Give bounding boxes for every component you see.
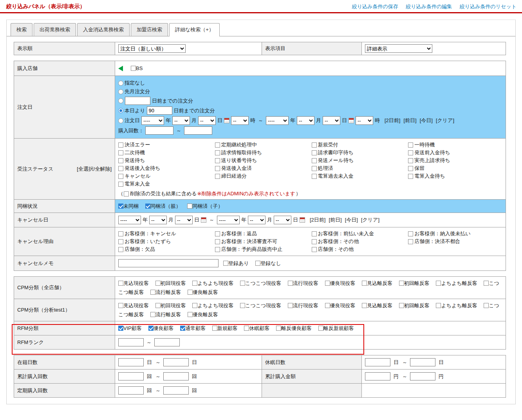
order-date-days-before-radio[interactable] — [118, 98, 123, 103]
cpm-checkbox[interactable]: 初回離反客 — [399, 303, 430, 308]
status-checkbox[interactable]: 電算過去未入金 — [312, 173, 406, 180]
checkbox[interactable] — [215, 166, 220, 171]
dormant-days-min-input[interactable] — [365, 358, 390, 366]
checkbox[interactable] — [240, 303, 245, 308]
bundle-checkbox[interactable]: 同梱済（子） — [187, 203, 223, 209]
checkbox[interactable] — [223, 261, 228, 266]
sort-order-select[interactable]: 注文日（新しい順） — [118, 44, 186, 53]
checkbox[interactable] — [362, 303, 367, 308]
checkbox[interactable] — [215, 150, 220, 155]
status-checkbox[interactable]: 新規受付 — [312, 141, 406, 148]
cpm-checkbox[interactable]: 流行現役客 — [288, 303, 318, 308]
checkbox[interactable] — [150, 290, 155, 295]
end-year-select[interactable]: ---- — [266, 116, 289, 125]
rfm-checkbox[interactable]: 新規顧客 — [212, 325, 238, 331]
order-date-no-spec-radio[interactable]: 指定なし — [118, 79, 145, 87]
save-filter-link[interactable]: 絞り込み条件の保存 — [352, 4, 398, 9]
checkbox[interactable] — [408, 174, 413, 179]
status-checkbox[interactable]: 電算入金待ち — [408, 173, 502, 180]
rfm-checkbox[interactable]: 休眠顧客 — [244, 325, 269, 331]
checkbox[interactable] — [148, 326, 154, 331]
checkbox[interactable] — [408, 150, 413, 155]
checkbox[interactable] — [188, 290, 193, 295]
checkbox[interactable] — [215, 158, 220, 163]
status-checkbox[interactable]: 電算未入金 — [118, 180, 213, 187]
checkbox[interactable] — [408, 158, 413, 163]
rfm-checkbox[interactable]: 優良顧客 — [148, 325, 174, 331]
total-purchase-count-min-input[interactable] — [118, 372, 144, 380]
tab-payment-clearing-search[interactable]: 入金消込業務検索 — [77, 23, 130, 36]
calendar-icon[interactable] — [224, 118, 229, 123]
tab-merchant-search[interactable]: 加盟店検索 — [131, 23, 168, 36]
purchase-count-max-input[interactable] — [184, 126, 212, 135]
start-hour-select[interactable]: -- — [231, 116, 249, 125]
store-collapse-icon[interactable] — [118, 66, 123, 71]
checkbox[interactable] — [215, 174, 220, 179]
store-checkbox[interactable]: BS — [131, 65, 143, 71]
end-hour-select[interactable]: -- — [356, 116, 373, 125]
checkbox[interactable] — [131, 66, 136, 71]
status-checkbox[interactable]: 決済エラー — [118, 141, 213, 148]
checkbox[interactable] — [325, 303, 330, 308]
checkbox[interactable] — [212, 326, 217, 331]
rfm-rank-max-input[interactable] — [154, 338, 180, 346]
bundle-checkbox[interactable]: 未同梱 — [118, 203, 139, 209]
cpm-checkbox[interactable]: こつこつ現役客 — [240, 280, 281, 286]
quick-link[interactable]: [前日] — [329, 217, 341, 223]
checkbox[interactable] — [240, 281, 245, 286]
checkbox[interactable] — [312, 231, 317, 236]
checkbox[interactable] — [288, 281, 293, 286]
checkbox[interactable] — [118, 166, 123, 171]
rfm-rank-min-input[interactable] — [118, 338, 144, 346]
cancel-reason-checkbox[interactable]: お客様側：返品 — [215, 230, 309, 237]
checkbox[interactable] — [312, 150, 317, 155]
order-date-last-month-radio[interactable]: 先月注文分 — [118, 88, 150, 95]
end-day-select[interactable]: -- — [323, 116, 340, 125]
cancel-start-month-select[interactable]: -- — [149, 216, 167, 224]
memo-option-checkbox[interactable]: 登録なし — [255, 260, 281, 266]
subscription-count-min-input[interactable] — [118, 386, 144, 395]
checkbox[interactable] — [215, 142, 220, 148]
dormant-days-max-input[interactable] — [410, 358, 435, 366]
checkbox[interactable] — [244, 326, 249, 331]
bundle-checkbox[interactable]: 同梱済（親） — [145, 203, 181, 209]
reset-filter-link[interactable]: 絞り込み条件のリセット — [460, 4, 517, 9]
total-purchase-count-max-input[interactable] — [163, 372, 189, 380]
cpm-checkbox[interactable]: 初回現役客 — [155, 303, 186, 308]
checkbox[interactable] — [118, 326, 123, 331]
checkbox[interactable] — [484, 303, 489, 308]
checkbox[interactable] — [155, 281, 161, 286]
status-checkbox[interactable]: 締日経過分 — [215, 173, 309, 180]
cpm-checkbox[interactable]: よちよち現役客 — [192, 280, 233, 286]
cancel-reason-checkbox[interactable]: お客様側：キャンセル — [118, 230, 213, 237]
checkbox[interactable] — [118, 204, 123, 209]
radio[interactable] — [118, 89, 123, 94]
cpm-checkbox[interactable]: よちよち離反客 — [436, 303, 477, 308]
total-purchase-amount-max-input[interactable] — [410, 372, 435, 380]
total-purchase-amount-min-input[interactable] — [365, 372, 390, 380]
cancel-reason-checkbox[interactable]: 店舗側：決済不都合 — [408, 238, 502, 245]
status-checkbox[interactable]: 実売上請求待ち — [408, 157, 502, 164]
checkbox[interactable] — [215, 231, 220, 236]
cpm-checkbox[interactable]: 見込離反客 — [362, 280, 392, 286]
from-today-days-input[interactable] — [147, 106, 172, 115]
start-month-select[interactable]: -- — [172, 116, 190, 125]
checkbox[interactable] — [484, 281, 489, 286]
status-checkbox[interactable]: 発送待ち — [118, 157, 213, 164]
checkbox[interactable] — [124, 191, 129, 196]
radio[interactable] — [118, 108, 123, 113]
checkbox[interactable] — [150, 312, 155, 317]
checkbox[interactable] — [312, 239, 317, 244]
cpm-checkbox[interactable]: 見込離反客 — [362, 303, 392, 308]
checkbox[interactable] — [276, 326, 281, 331]
status-checkbox[interactable]: キャンセル — [118, 173, 213, 180]
quick-link[interactable]: [今日] — [345, 217, 358, 223]
checkbox[interactable] — [188, 312, 193, 317]
radio[interactable] — [118, 118, 123, 123]
cpm-checkbox[interactable]: 初回離反客 — [399, 280, 430, 286]
end-month-select[interactable]: -- — [297, 116, 314, 125]
cpm-checkbox[interactable]: 優良現役客 — [325, 303, 356, 308]
checkbox[interactable] — [118, 150, 123, 155]
checkbox[interactable] — [215, 247, 220, 252]
quick-link[interactable]: [2日前] — [385, 117, 400, 123]
